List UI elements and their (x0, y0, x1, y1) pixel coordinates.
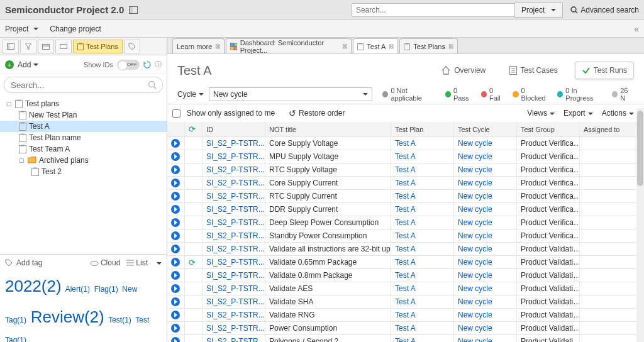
table-row[interactable]: SI_S2_P-TSTR...RTC Supply CurrentTest AN… (167, 190, 644, 203)
row-cycle-link[interactable]: New cycle (458, 179, 492, 187)
row-cycle-link[interactable]: New cycle (458, 297, 492, 306)
table-row[interactable]: SI_S2_P-TSTR...Standby Power Consumption… (167, 229, 644, 243)
tree-item-test-a[interactable]: Test A (0, 121, 167, 132)
tag-2022[interactable]: 2022(2) (5, 277, 62, 295)
row-id-link[interactable]: SI_S2_P-TSTR... (206, 179, 265, 187)
refresh-icon[interactable] (143, 61, 151, 69)
row-id-link[interactable]: SI_S2_P-TSTR... (206, 258, 265, 267)
row-plan-link[interactable]: Test A (395, 337, 416, 342)
test-plans-button[interactable]: Test Plans (73, 40, 123, 53)
col-header-Test Cycle[interactable]: Test Cycle (454, 122, 517, 136)
table-row[interactable]: SI_S2_P-TSTR...Validate AESTest ANew cyc… (167, 282, 644, 295)
tag-alert[interactable]: Alert(1) (65, 285, 90, 294)
views-menu[interactable]: Views (527, 109, 555, 118)
tag-menu-caret[interactable] (154, 258, 162, 267)
table-row[interactable]: SI_S2_P-TSTR...Core Supply CurrentTest A… (167, 177, 644, 190)
tree-item-new-test-plan[interactable]: New Test Plan (0, 109, 167, 121)
row-cycle-link[interactable]: New cycle (458, 311, 492, 319)
window-icon[interactable] (129, 6, 138, 14)
collapse-sidebar-button[interactable]: « (634, 24, 639, 34)
play-icon[interactable] (171, 245, 180, 253)
row-id-link[interactable]: SI_S2_P-TSTR... (206, 152, 265, 161)
row-id-link[interactable]: SI_S2_P-TSTR... (206, 139, 265, 148)
help-icon[interactable]: ⓘ (155, 60, 162, 69)
table-row[interactable]: SI_S2_P-TSTR...Validate 0.8mm PackageTes… (167, 269, 644, 282)
row-id-link[interactable]: SI_S2_P-TSTR... (206, 245, 265, 253)
play-icon[interactable] (171, 324, 180, 333)
cycle-select[interactable]: New cycle (209, 87, 372, 101)
tag-tag1[interactable]: Tag(1) (5, 316, 26, 324)
tree-root-test-plans[interactable]: ▢Test plans (0, 98, 167, 109)
row-cycle-link[interactable]: New cycle (458, 231, 492, 240)
col-header-Test Group[interactable]: Test Group (517, 122, 580, 136)
row-cycle-link[interactable]: New cycle (458, 324, 492, 333)
close-tab-icon[interactable]: ⊠ (342, 43, 347, 50)
row-id-link[interactable]: SI_S2_P-TSTR... (206, 337, 265, 342)
tag-mode-list[interactable]: List (126, 258, 148, 267)
col-header-Test Plan[interactable]: Test Plan (391, 122, 454, 136)
play-icon[interactable] (171, 218, 180, 227)
row-cycle-link[interactable]: New cycle (458, 218, 492, 227)
row-id-link[interactable]: SI_S2_P-TSTR... (206, 311, 265, 319)
tag-tag1b[interactable]: Tag(1) (5, 336, 26, 342)
refresh-icon[interactable]: ⟳ (189, 258, 196, 267)
table-row[interactable]: SI_S2_P-TSTR...Core Supply VoltageTest A… (167, 137, 644, 150)
table-row[interactable]: SI_S2_P-TSTR...DDR Supply CurrentTest AN… (167, 203, 644, 216)
tag-mode-cloud[interactable]: Cloud (90, 258, 120, 267)
row-id-link[interactable]: SI_S2_P-TSTR... (206, 271, 265, 280)
row-plan-link[interactable]: Test A (395, 271, 416, 280)
test-runs-button[interactable]: Test Runs (575, 62, 634, 79)
table-row[interactable]: SI_S2_P-TSTR...Polygons / Second 2Test A… (167, 335, 644, 342)
overview-button[interactable]: Overview (434, 62, 492, 79)
play-icon[interactable] (171, 271, 180, 280)
row-id-link[interactable]: SI_S2_P-TSTR... (206, 297, 265, 306)
play-icon[interactable] (171, 165, 180, 174)
advanced-search-link[interactable]: Advanced search (570, 6, 639, 14)
calendar-button[interactable] (38, 40, 54, 53)
row-id-link[interactable]: SI_S2_P-TSTR... (206, 192, 265, 201)
row-cycle-link[interactable]: New cycle (458, 139, 492, 148)
row-cycle-link[interactable]: New cycle (458, 284, 492, 293)
actions-menu[interactable]: Actions (602, 109, 634, 118)
row-id-link[interactable]: SI_S2_P-TSTR... (206, 165, 265, 174)
col-header-Assigned to[interactable]: Assigned to (580, 122, 638, 136)
add-tag-link[interactable]: Add tag (16, 258, 42, 267)
row-id-link[interactable]: SI_S2_P-TSTR... (206, 218, 265, 227)
row-cycle-link[interactable]: New cycle (458, 152, 492, 161)
row-plan-link[interactable]: Test A (395, 297, 416, 306)
play-icon[interactable] (171, 192, 180, 201)
add-button[interactable]: Add (18, 60, 38, 69)
table-row[interactable]: SI_S2_P-TSTR...Validate RNGTest ANew cyc… (167, 309, 644, 322)
tag-test1[interactable]: Test(1) (108, 316, 131, 324)
tree-folder-archived[interactable]: ▢Archived plans (0, 155, 167, 166)
sidebar-search-input[interactable] (4, 77, 163, 93)
col-header-0[interactable] (167, 122, 185, 136)
tag-flag[interactable]: Flag(1) (94, 285, 118, 294)
row-plan-link[interactable]: Test A (395, 284, 416, 293)
col-header-1[interactable]: ⟳ (185, 122, 203, 136)
play-icon[interactable] (171, 297, 180, 306)
row-id-link[interactable]: SI_S2_P-TSTR... (206, 324, 265, 333)
play-icon[interactable] (171, 139, 180, 148)
row-plan-link[interactable]: Test A (395, 258, 416, 267)
row-plan-link[interactable]: Test A (395, 139, 416, 148)
close-tab-icon[interactable]: ⊠ (215, 43, 220, 50)
row-plan-link[interactable]: Test A (395, 205, 416, 214)
table-row[interactable]: ⟳SI_S2_P-TSTR...Validate 0.65mm PackageT… (167, 256, 644, 269)
export-menu[interactable]: Export (564, 109, 593, 118)
play-icon[interactable] (171, 179, 180, 187)
project-menu[interactable]: Project (5, 25, 38, 33)
row-plan-link[interactable]: Test A (395, 311, 416, 319)
row-cycle-link[interactable]: New cycle (458, 337, 492, 342)
table-row[interactable]: SI_S2_P-TSTR...RTC Supply VoltageTest AN… (167, 163, 644, 177)
play-icon[interactable] (171, 284, 180, 293)
tag-review[interactable]: Review(2) (31, 307, 104, 326)
tree-item-test-plan-name[interactable]: Test Plan name (0, 132, 167, 143)
view-button[interactable] (55, 40, 72, 53)
row-plan-link[interactable]: Test A (395, 179, 416, 187)
tab-learn-more[interactable]: Learn more⊠ (172, 38, 225, 53)
table-row[interactable]: SI_S2_P-TSTR...MPU Supply VoltageTest AN… (167, 150, 644, 163)
tab-test-a[interactable]: Test A⊠ (353, 38, 398, 53)
col-header-NOT title[interactable]: NOT title (265, 122, 391, 136)
row-cycle-link[interactable]: New cycle (458, 192, 492, 201)
